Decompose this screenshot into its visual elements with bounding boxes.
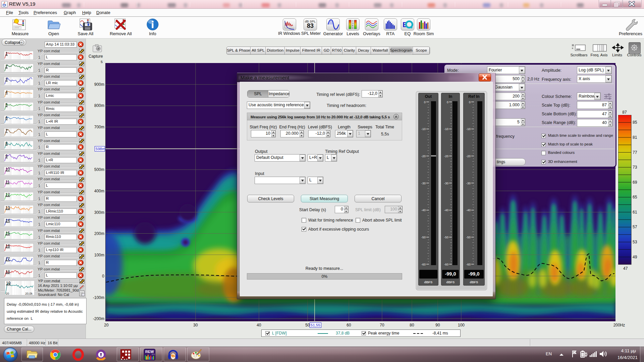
svg-text:9: 9 — [352, 27, 354, 29]
svg-text:16: 16 — [5, 244, 10, 248]
svg-text:-60: -60 — [466, 263, 471, 266]
svg-text:0: 0 — [352, 20, 354, 22]
svg-text:11: 11 — [5, 180, 10, 184]
svg-text:-50: -50 — [421, 236, 426, 239]
svg-text:20,0k: 20,0k — [25, 292, 33, 295]
svg-text:0: 0 — [424, 101, 426, 104]
svg-text:-20: -20 — [421, 155, 426, 158]
svg-text:2: 2 — [5, 64, 8, 69]
svg-text:18: 18 — [5, 269, 10, 274]
svg-text:-20: -20 — [444, 155, 448, 158]
svg-text:-10: -10 — [444, 127, 448, 131]
svg-text:0: 0 — [447, 101, 448, 104]
svg-text:-50: -50 — [466, 236, 471, 239]
svg-text:-60: -60 — [444, 263, 448, 266]
svg-text:6: 6 — [5, 116, 8, 120]
svg-text:14: 14 — [5, 218, 10, 223]
svg-text:19: 19 — [6, 281, 11, 286]
svg-text:-30: -30 — [444, 182, 448, 185]
svg-text:-10: -10 — [421, 127, 426, 131]
svg-text:12: 12 — [5, 192, 10, 197]
svg-text:4: 4 — [5, 90, 8, 95]
svg-text:17: 17 — [5, 257, 10, 261]
svg-text:-40: -40 — [421, 208, 426, 212]
svg-text:5: 5 — [5, 103, 8, 107]
svg-text:-30: -30 — [421, 182, 426, 185]
svg-text:-40: -40 — [444, 208, 448, 212]
svg-text:1: 1 — [5, 51, 8, 56]
svg-text:V5.1: V5.1 — [152, 353, 155, 355]
svg-text:7: 7 — [5, 128, 8, 133]
svg-text:6: 6 — [352, 24, 354, 27]
svg-text:15: 15 — [5, 231, 10, 236]
svg-text:-60: -60 — [421, 263, 426, 266]
svg-text:-10: -10 — [466, 127, 471, 131]
svg-text:0: 0 — [469, 101, 471, 104]
svg-text:10: 10 — [5, 167, 10, 172]
svg-text:20: 20 — [6, 292, 9, 295]
svg-text:-20: -20 — [466, 155, 471, 158]
svg-text:9: 9 — [5, 154, 8, 159]
svg-text:-30: -30 — [466, 182, 471, 185]
svg-text:3: 3 — [352, 22, 354, 24]
svg-text:3: 3 — [5, 77, 8, 82]
svg-text:-50: -50 — [444, 236, 448, 239]
svg-text:13: 13 — [5, 205, 10, 210]
svg-text:8: 8 — [5, 141, 8, 146]
svg-text:-40: -40 — [466, 208, 471, 212]
